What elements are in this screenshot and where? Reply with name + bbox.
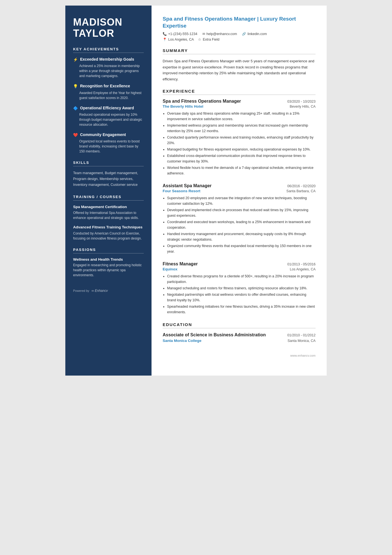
passion-title-1: Wellness and Health Trends	[73, 257, 144, 262]
achievement-icon-3: 🔷	[73, 106, 78, 111]
summary-section-title: SUMMARY	[163, 48, 316, 54]
phone-contact: 📞 +1-(234)-555-1234	[163, 32, 197, 36]
achievement-title-3: 🔷 Operational Efficiency Award	[73, 105, 144, 111]
achievement-title-2: 💡 Recognition for Excellence	[73, 83, 144, 89]
exp-dates-3: 01/2013 - 05/2016	[287, 262, 316, 266]
bullet-3-2: Managed scheduling and rosters for fitne…	[167, 285, 316, 291]
course-title-2: Advanced Fitness Training Techniques	[73, 225, 144, 230]
email-contact: ✉ help@enhancv.com	[202, 32, 237, 36]
edu-school-1: Santa Monica College	[163, 339, 202, 343]
exp-title-2: Assistant Spa Manager	[163, 183, 212, 188]
education-section: EDUCATION Associate of Science in Busine…	[163, 322, 316, 343]
achievement-desc-4: Organized local wellness events to boost…	[73, 139, 144, 154]
bullet-1-5: Established cross-departmental communica…	[167, 153, 316, 164]
linkedin-value: linkedin.com	[247, 32, 267, 36]
bullet-2-2: Developed and implemented check-in proce…	[167, 207, 316, 218]
exp-location-1: Beverly Hills, CA	[290, 105, 316, 108]
location-value: Los Angeles, CA	[168, 38, 194, 41]
achievement-item-2: 💡 Recognition for Excellence Awarded Emp…	[73, 83, 144, 100]
bullet-1-6: Worked flexible hours to meet the demand…	[167, 165, 316, 176]
location-icon: 📍	[163, 38, 167, 41]
achievement-icon-2: 💡	[73, 84, 78, 89]
summary-text: Driven Spa and Fitness Operations Manage…	[163, 58, 316, 82]
exp-company-row-2: Four Seasons Resort Santa Barbara, CA	[163, 189, 316, 193]
passion-desc-1: Engaged in researching and promoting hol…	[73, 263, 144, 278]
achievement-desc-2: Awarded Employee of the Year for highest…	[73, 90, 144, 100]
summary-section: SUMMARY Driven Spa and Fitness Operation…	[163, 48, 316, 82]
achievement-icon-4: ❤️	[73, 132, 78, 137]
name-line1: MADISON	[73, 16, 122, 28]
course-desc-1: Offered by International Spa Association…	[73, 210, 144, 220]
achievement-desc-1: Achieved a 25% increase in membership wi…	[73, 63, 144, 78]
sidebar-footer: Powered by ∞ Enhancv	[73, 289, 144, 293]
passions-section-title: PASSIONS	[73, 248, 144, 253]
achievements-section-title: KEY ACHIEVEMENTS	[73, 47, 144, 53]
exp-dates-1: 03/2020 - 10/2023	[287, 100, 316, 103]
edu-degree-1: Associate of Science in Business Adminis…	[163, 332, 266, 338]
email-value: help@enhancv.com	[207, 32, 237, 36]
edu-header-1: Associate of Science in Business Adminis…	[163, 332, 316, 338]
experience-item-3: Fitness Manager 01/2013 - 05/2016 Equino…	[163, 262, 316, 315]
extra-field-icon: ☆	[198, 37, 201, 41]
exp-title-3: Fitness Manager	[163, 262, 198, 267]
edu-dates-1: 01/2010 - 01/2012	[287, 333, 316, 337]
footer-url: www.enhancv.com	[290, 354, 316, 357]
experience-section-title: EXPERIENCE	[163, 89, 316, 95]
powered-by-label: Powered by	[73, 289, 89, 292]
main-content: Spa and Fitness Operations Manager | Lux…	[152, 6, 327, 376]
main-footer: www.enhancv.com	[163, 354, 316, 357]
exp-title-1: Spa and Fitness Operations Manager	[163, 99, 241, 104]
candidate-name: MADISON TAYLOR	[73, 17, 144, 39]
education-section-title: EDUCATION	[163, 322, 316, 328]
achievement-title-1: ⚡ Exceeded Membership Goals	[73, 57, 144, 62]
course-item-1: Spa Management Certification Offered by …	[73, 204, 144, 221]
skills-text: Team management, Budget management, Prog…	[73, 170, 144, 188]
name-line2: TAYLOR	[73, 28, 114, 39]
edu-location-1: Santa Monica, CA	[287, 339, 316, 343]
enhancv-brand: ∞ Enhancv	[91, 289, 108, 293]
exp-header-3: Fitness Manager 01/2013 - 05/2016	[163, 262, 316, 267]
contact-row: 📞 +1-(234)-555-1234 ✉ help@enhancv.com 🔗…	[163, 32, 316, 36]
bullet-3-3: Negotiated partnerships with local welln…	[167, 292, 316, 303]
exp-company-1: The Beverly Hills Hotel	[163, 104, 203, 108]
exp-company-row-1: The Beverly Hills Hotel Beverly Hills, C…	[163, 104, 316, 108]
skills-section-title: SKILLS	[73, 161, 144, 166]
achievement-title-4: ❤️ Community Engagement	[73, 132, 144, 137]
phone-icon: 📞	[163, 32, 167, 36]
exp-dates-2: 06/2016 - 02/2020	[287, 184, 316, 188]
course-desc-2: Conducted by American Council on Exercis…	[73, 231, 144, 241]
extra-field-value: Extra Field	[203, 38, 219, 41]
bullet-2-5: Organized community fitness events that …	[167, 243, 316, 254]
achievement-item-3: 🔷 Operational Efficiency Award Reduced o…	[73, 105, 144, 127]
course-title-1: Spa Management Certification	[73, 204, 144, 209]
achievement-icon-1: ⚡	[73, 57, 78, 62]
training-section-title: TRAINING / COURSES	[73, 195, 144, 201]
bullet-3-4: Spearheaded marketing initiatives for ne…	[167, 304, 316, 315]
exp-company-row-3: Equinox Los Angeles, CA	[163, 267, 316, 271]
bullet-1-4: Managed budgeting for fitness equipment …	[167, 147, 316, 152]
bullet-1-3: Conducted quarterly performance reviews …	[167, 135, 316, 146]
main-header: Spa and Fitness Operations Manager | Lux…	[163, 16, 316, 41]
bullet-2-1: Supervised 20 employees and oversaw the …	[167, 195, 316, 206]
bullet-1-1: Oversaw daily spa and fitness operations…	[167, 111, 316, 122]
exp-bullets-3: Created diverse fitness programs for a c…	[163, 273, 316, 315]
exp-location-3: Los Angeles, CA	[290, 267, 316, 271]
linkedin-contact: 🔗 linkedin.com	[242, 32, 267, 36]
phone-value: +1-(234)-555-1234	[168, 32, 197, 36]
sidebar: MADISON TAYLOR KEY ACHIEVEMENTS ⚡ Exceed…	[65, 6, 152, 376]
experience-item-2: Assistant Spa Manager 06/2016 - 02/2020 …	[163, 183, 316, 254]
exp-bullets-2: Supervised 20 employees and oversaw the …	[163, 195, 316, 254]
linkedin-icon: 🔗	[242, 32, 246, 36]
bullet-1-2: Implemented wellness programs and member…	[167, 123, 316, 134]
achievement-item-4: ❤️ Community Engagement Organized local …	[73, 132, 144, 154]
location-row: 📍 Los Angeles, CA ☆ Extra Field	[163, 37, 316, 41]
education-item-1: Associate of Science in Business Adminis…	[163, 332, 316, 343]
passions-list: Wellness and Health Trends Engaged in re…	[73, 257, 144, 278]
courses-list: Spa Management Certification Offered by …	[73, 204, 144, 241]
experience-item-1: Spa and Fitness Operations Manager 03/20…	[163, 99, 316, 176]
exp-location-2: Santa Barbara, CA	[286, 189, 316, 193]
exp-bullets-1: Oversaw daily spa and fitness operations…	[163, 111, 316, 176]
bullet-2-4: Handled inventory management and procure…	[167, 231, 316, 242]
email-icon: ✉	[202, 32, 205, 36]
resume-container: MADISON TAYLOR KEY ACHIEVEMENTS ⚡ Exceed…	[65, 6, 327, 376]
